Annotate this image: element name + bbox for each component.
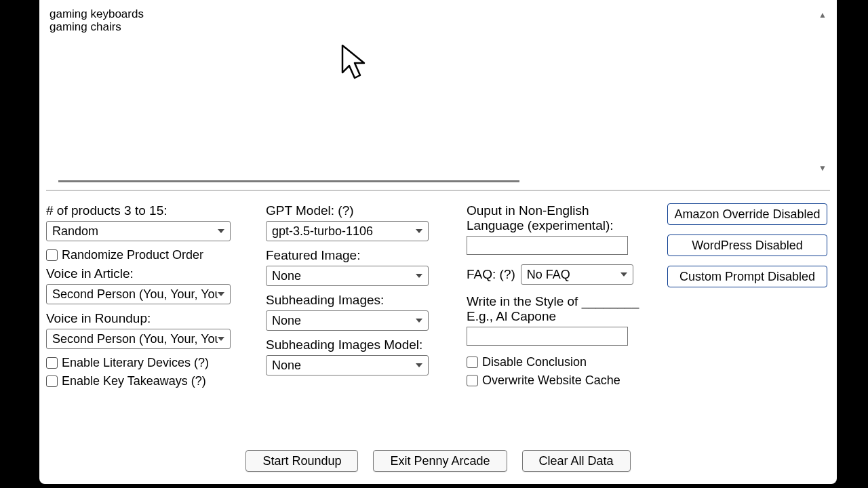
chevron-down-icon [620, 272, 627, 277]
amazon-override-label: Amazon Override Disabled [674, 207, 820, 222]
products-value: Random [52, 224, 218, 239]
exit-button[interactable]: Exit Penny Arcade [373, 450, 507, 472]
chevron-down-icon [416, 274, 422, 278]
wordpress-button[interactable]: WordPress Disabled [667, 235, 827, 256]
column-4: Amazon Override Disabled WordPress Disab… [667, 203, 830, 297]
overwrite-cache-label: Overwrite Website Cache [482, 373, 620, 388]
start-roundup-button[interactable]: Start Roundup [245, 450, 358, 472]
disable-conclusion-checkbox[interactable] [467, 357, 478, 368]
voice-roundup-label: Voice in Roundup: [46, 311, 250, 326]
literary-checkbox[interactable] [46, 357, 58, 369]
faq-value: No FAQ [527, 268, 620, 282]
products-dropdown[interactable]: Random [46, 221, 231, 241]
literary-checkbox-row[interactable]: Enable Literary Devices (?) [46, 356, 250, 370]
chevron-down-icon [416, 229, 422, 233]
language-input[interactable] [467, 236, 628, 255]
scroll-down-icon[interactable]: ▼ [818, 163, 827, 173]
divider [46, 190, 830, 191]
disable-conclusion-label: Disable Conclusion [482, 355, 587, 369]
takeaways-checkbox[interactable] [46, 375, 58, 387]
takeaways-checkbox-row[interactable]: Enable Key Takeaways (?) [46, 374, 250, 388]
scroll-up-icon[interactable]: ▲ [818, 10, 827, 20]
overwrite-cache-row[interactable]: Overwrite Website Cache [467, 373, 656, 388]
chevron-down-icon [218, 229, 224, 233]
literary-label: Enable Literary Devices (?) [62, 356, 209, 370]
custom-prompt-label: Custom Prompt Disabled [679, 270, 815, 284]
voice-article-label: Voice in Article: [46, 266, 250, 281]
subheading-model-label: Subheading Images Model: [266, 338, 456, 352]
chevron-down-icon [416, 363, 422, 367]
subheading-images-label: Subheading Images: [266, 293, 456, 308]
gpt-model-value: gpt-3.5-turbo-1106 [272, 224, 416, 239]
main-panel: gaming keyboards gaming chairs ▲ ▼ # of … [39, 0, 837, 484]
products-label: # of products 3 to 15: [46, 203, 250, 218]
exit-label: Exit Penny Arcade [390, 454, 490, 468]
clear-data-label: Clear All Data [539, 454, 614, 468]
voice-roundup-value: Second Person (You, Your, Yours) [52, 332, 218, 346]
chevron-down-icon [218, 292, 224, 296]
voice-article-value: Second Person (You, Your, Yours) [52, 287, 218, 302]
clear-data-button[interactable]: Clear All Data [522, 450, 631, 472]
style-label-1: Write in the Style of ________ [467, 294, 656, 309]
wordpress-label: WordPress Disabled [692, 239, 803, 253]
voice-article-dropdown[interactable]: Second Person (You, Your, Yours) [46, 284, 231, 304]
takeaways-label: Enable Key Takeaways (?) [62, 374, 206, 388]
overwrite-cache-checkbox[interactable] [467, 375, 478, 386]
featured-image-dropdown[interactable]: None [266, 266, 429, 286]
gpt-model-dropdown[interactable]: gpt-3.5-turbo-1106 [266, 221, 429, 241]
amazon-override-button[interactable]: Amazon Override Disabled [667, 203, 827, 225]
randomize-checkbox[interactable] [46, 249, 58, 261]
randomize-checkbox-row[interactable]: Randomize Product Order [46, 248, 250, 262]
randomize-label: Randomize Product Order [62, 248, 203, 262]
gpt-model-label: GPT Model: (?) [266, 203, 456, 218]
keywords-textarea[interactable]: gaming keyboards gaming chairs ▲ ▼ [47, 1, 829, 176]
featured-image-value: None [272, 269, 416, 283]
style-input[interactable] [467, 327, 628, 346]
chevron-down-icon [218, 337, 224, 341]
subheading-model-value: None [272, 359, 416, 373]
subheading-images-dropdown[interactable]: None [266, 310, 429, 331]
faq-label: FAQ: (?) [467, 267, 515, 282]
column-1: # of products 3 to 15: Random Randomize … [46, 203, 250, 392]
language-label: Ouput in Non-English Language (experimen… [467, 203, 643, 233]
subheading-model-dropdown[interactable]: None [266, 355, 429, 375]
faq-dropdown[interactable]: No FAQ [521, 264, 633, 285]
chevron-down-icon [416, 319, 422, 323]
subheading-images-value: None [272, 314, 416, 328]
voice-roundup-dropdown[interactable]: Second Person (You, Your, Yours) [46, 329, 231, 349]
keywords-text: gaming keyboards gaming chairs [48, 7, 828, 181]
form-area: # of products 3 to 15: Random Randomize … [46, 203, 830, 407]
bottom-bar: Start Roundup Exit Penny Arcade Clear Al… [39, 450, 837, 472]
column-3: Ouput in Non-English Language (experimen… [467, 203, 656, 392]
start-roundup-label: Start Roundup [262, 454, 341, 468]
featured-image-label: Featured Image: [266, 248, 456, 263]
horizontal-scroll-thumb[interactable] [58, 180, 519, 182]
style-label-2: E.g., Al Capone [467, 309, 656, 324]
column-2: GPT Model: (?) gpt-3.5-turbo-1106 Featur… [266, 203, 456, 382]
custom-prompt-button[interactable]: Custom Prompt Disabled [667, 266, 827, 287]
disable-conclusion-row[interactable]: Disable Conclusion [467, 355, 656, 369]
